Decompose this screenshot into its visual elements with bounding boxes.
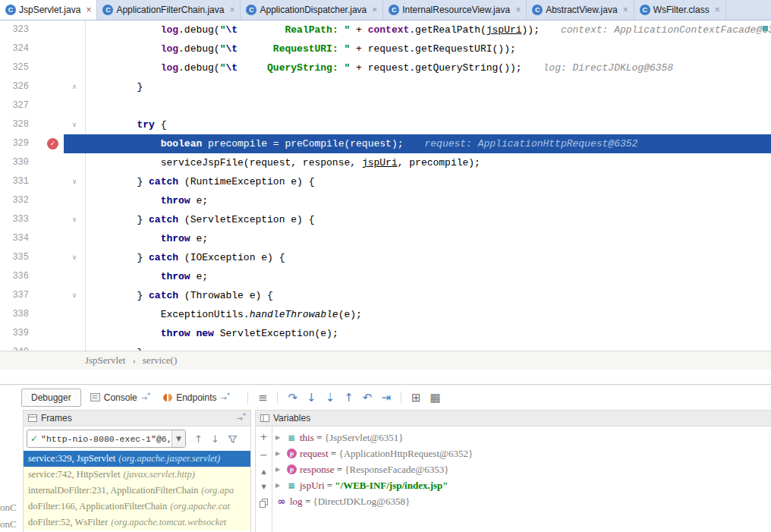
- inspection-indicator-icon[interactable]: [763, 26, 768, 31]
- editor-tab[interactable]: CApplicationDispatcher.java×: [241, 0, 383, 20]
- line-number[interactable]: 340: [0, 343, 35, 351]
- line-number[interactable]: 337: [0, 286, 35, 305]
- remove-watch-button[interactable]: −: [260, 450, 268, 460]
- table-icon[interactable]: ⊞: [411, 390, 421, 405]
- line-number[interactable]: 331: [0, 172, 35, 191]
- stack-frame[interactable]: doFilter:52, WsFilter(org.apache.tomcat.…: [24, 515, 250, 530]
- previous-frame-button[interactable]: ↑: [194, 433, 203, 445]
- line-number[interactable]: 338: [0, 305, 35, 324]
- tab-arrow-icon[interactable]: →*: [237, 413, 246, 423]
- code-line[interactable]: 326∧ }: [0, 77, 771, 96]
- frames-panel: Frames →* ✓ "http-nio-8080-exec-1"@6,0..…: [23, 410, 251, 532]
- force-step-into-icon[interactable]: ⇣: [326, 390, 335, 405]
- line-number[interactable]: 339: [0, 324, 35, 343]
- line-number[interactable]: 335: [0, 248, 35, 267]
- expand-arrow-icon[interactable]: ▶: [275, 482, 285, 489]
- stack-frame[interactable]: service:329, JspServlet(org.apache.jaspe…: [24, 451, 250, 467]
- tab-close-icon[interactable]: ×: [86, 5, 91, 15]
- code-line[interactable]: 325 log.debug("\t QueryString: " + reque…: [0, 58, 771, 77]
- code-line[interactable]: 334 throw e;: [0, 229, 771, 248]
- line-number[interactable]: 325: [0, 58, 35, 77]
- code-line[interactable]: 332 throw e;: [0, 191, 771, 210]
- menu-icon[interactable]: ≡: [258, 390, 268, 405]
- code-line[interactable]: 329✓ boolean precompile = preCompile(req…: [0, 134, 771, 153]
- duplicate-button[interactable]: [260, 499, 269, 508]
- stack-frame[interactable]: service:742, HttpServlet(javax.servlet.h…: [24, 467, 250, 483]
- fold-marker-icon[interactable]: ∨: [64, 115, 86, 134]
- code-line[interactable]: 331∨ } catch (RuntimeException e) {: [0, 172, 771, 191]
- gutter-icons: [35, 77, 64, 96]
- move-down-button[interactable]: ▼: [261, 483, 266, 490]
- editor-tab[interactable]: CInternalResourceView.java×: [383, 0, 527, 20]
- editor-tab[interactable]: CAbstractView.java×: [527, 0, 634, 20]
- fold-marker-icon[interactable]: ∨: [64, 172, 86, 191]
- line-number[interactable]: 334: [0, 229, 35, 248]
- line-number[interactable]: 328: [0, 115, 35, 134]
- breadcrumb-class[interactable]: JspServlet: [85, 354, 125, 367]
- tab-close-icon[interactable]: ×: [372, 5, 377, 15]
- breakpoint-icon[interactable]: ✓: [47, 138, 58, 150]
- editor-tab[interactable]: CJspServlet.java×: [0, 0, 97, 20]
- add-watch-button[interactable]: +: [260, 432, 268, 442]
- tool-tab-debugger[interactable]: Debugger: [21, 389, 81, 407]
- tab-close-icon[interactable]: ×: [623, 5, 628, 15]
- line-number[interactable]: 336: [0, 267, 35, 286]
- fold-marker-icon[interactable]: ∨: [64, 248, 86, 267]
- step-into-icon[interactable]: ↓: [307, 390, 316, 405]
- variable-row[interactable]: ∞log = {DirectJDKLog@6358}: [272, 493, 771, 509]
- expand-arrow-icon[interactable]: ▶: [275, 434, 285, 441]
- editor-tab[interactable]: CApplicationFilterChain.java×: [97, 0, 241, 20]
- variable-row[interactable]: ▶≡jspUri = "/WEB-INF/jsp/index.jsp": [272, 477, 771, 493]
- line-number[interactable]: 327: [0, 96, 35, 115]
- fold-marker-icon[interactable]: ∨: [64, 286, 86, 305]
- variable-row[interactable]: ▶presponse = {ResponseFacade@6353}: [272, 461, 771, 477]
- line-number[interactable]: 326: [0, 77, 35, 96]
- variable-row[interactable]: ▶≡this = {JspServlet@6351}: [272, 430, 771, 445]
- code-line[interactable]: 333∨ } catch (ServletException e) {: [0, 210, 771, 229]
- tab-close-icon[interactable]: ×: [515, 5, 521, 15]
- stack-frame[interactable]: doFilter:166, ApplicationFilterChain(org…: [24, 499, 250, 515]
- tab-close-icon[interactable]: ×: [715, 5, 720, 15]
- editor[interactable]: 323 log.debug("\t RealPath: " + context.…: [0, 20, 771, 351]
- code-line[interactable]: 338 ExceptionUtils.handleThrowable(e);: [0, 305, 771, 324]
- step-out-icon[interactable]: ↑: [344, 390, 354, 405]
- drop-frame-icon[interactable]: ↶: [363, 390, 373, 405]
- move-up-button[interactable]: ▲: [261, 468, 266, 475]
- tab-close-icon[interactable]: ×: [229, 5, 234, 15]
- code-line[interactable]: 330 serviceJspFile(request, response, js…: [0, 153, 771, 172]
- code-line[interactable]: 340 }: [0, 343, 771, 351]
- fold-marker-icon[interactable]: ∨: [64, 210, 86, 229]
- line-number[interactable]: 323: [0, 20, 35, 39]
- code-line[interactable]: 339 throw new ServletException(e);: [0, 324, 771, 343]
- code-line[interactable]: 327: [0, 96, 771, 115]
- step-over-icon[interactable]: ↷: [288, 390, 297, 405]
- code-line[interactable]: 328∨ try {: [0, 115, 771, 134]
- debug-toolbar: ≡↷↓⇣↑↶⇥⊞▦: [242, 390, 445, 405]
- code-line[interactable]: 324 log.debug("\t RequestURI: " + reques…: [0, 39, 771, 58]
- editor-tab[interactable]: CWsFilter.class×: [634, 0, 726, 20]
- fold-marker-icon[interactable]: ∧: [64, 77, 86, 96]
- expand-arrow-icon[interactable]: ▶: [275, 466, 285, 473]
- line-number[interactable]: 324: [0, 39, 35, 58]
- gutter-icons: [35, 39, 64, 58]
- next-frame-button[interactable]: ↓: [211, 433, 219, 445]
- line-number[interactable]: 332: [0, 191, 35, 210]
- variable-row[interactable]: ▶prequest = {ApplicationHttpRequest@6352…: [272, 445, 771, 461]
- code-line[interactable]: 337∨ } catch (Throwable e) {: [0, 286, 771, 305]
- thread-selector[interactable]: ✓ "http-nio-8080-exec-1"@6,0... ▼: [27, 430, 186, 448]
- code-line[interactable]: 336 throw e;: [0, 267, 771, 286]
- combo-dropdown-icon[interactable]: ▼: [172, 430, 185, 447]
- tool-tab-endpoints[interactable]: Endpoints→*: [162, 392, 230, 403]
- code-line[interactable]: 335∨ } catch (IOException e) {: [0, 248, 771, 267]
- line-number[interactable]: 330: [0, 153, 35, 172]
- line-number[interactable]: 333: [0, 210, 35, 229]
- stack-frame[interactable]: internalDoFilter:231, ApplicationFilterC…: [24, 483, 250, 499]
- breadcrumb-method[interactable]: service(): [143, 354, 177, 367]
- filter-frames-icon[interactable]: [228, 434, 238, 444]
- expand-arrow-icon[interactable]: ▶: [275, 450, 285, 457]
- run-to-cursor-icon[interactable]: ⇥: [381, 390, 391, 405]
- layout-icon[interactable]: ▦: [430, 390, 441, 405]
- tool-tab-console[interactable]: Console→*: [90, 392, 150, 403]
- code-line[interactable]: 323 log.debug("\t RealPath: " + context.…: [0, 20, 771, 39]
- line-number[interactable]: 329: [0, 134, 35, 153]
